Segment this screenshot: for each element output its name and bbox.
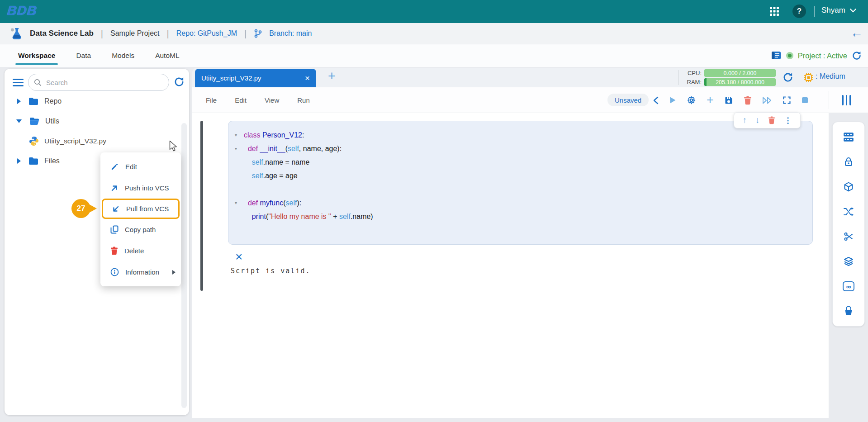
divider: [678, 70, 679, 85]
caret-right-icon[interactable]: [17, 99, 21, 104]
save-icon[interactable]: [724, 96, 733, 105]
refresh-icon[interactable]: [174, 76, 185, 87]
run-all-icon[interactable]: [762, 96, 772, 104]
caret-down-icon[interactable]: [16, 119, 22, 123]
delete-icon[interactable]: [744, 96, 752, 105]
menu-item-label: Information: [125, 268, 159, 276]
branch-icon: [254, 29, 262, 38]
copy-icon: [110, 225, 119, 234]
search-icon: [34, 79, 42, 86]
tab-data[interactable]: Data: [75, 45, 92, 66]
folder-icon: [28, 156, 39, 166]
app-title: Data Science Lab: [30, 29, 94, 38]
move-up-icon[interactable]: ↑: [743, 115, 747, 125]
menu-item-push-into-vcs[interactable]: Push into VCS: [100, 177, 181, 199]
user-menu[interactable]: Shyam: [821, 6, 856, 15]
menu-file[interactable]: File: [206, 96, 217, 104]
code-line[interactable]: print("Hello my name is " + self.name): [244, 210, 812, 223]
refresh-icon[interactable]: [783, 72, 793, 83]
lock-icon[interactable]: [839, 152, 859, 172]
menu-item-delete[interactable]: Delete: [100, 240, 181, 261]
divider: [648, 91, 648, 109]
stop-icon[interactable]: [802, 97, 808, 104]
tree-item-python-file[interactable]: Utiity_script_V32.py: [5, 132, 189, 150]
info-icon: [110, 268, 119, 276]
tree-item-utils[interactable]: Utils: [5, 112, 189, 130]
add-tab-icon[interactable]: +: [328, 70, 336, 83]
delete-cell-icon[interactable]: [768, 116, 775, 124]
fold-caret-icon[interactable]: ▾: [235, 196, 237, 210]
tree-item-label: Repo: [44, 97, 62, 105]
menu-view[interactable]: View: [265, 96, 279, 104]
code-line[interactable]: ▾ def myfunc(self):: [244, 196, 812, 210]
menu-item-copy-path[interactable]: Copy path: [100, 219, 181, 240]
project-name[interactable]: Sample Project: [110, 29, 160, 38]
cube-icon[interactable]: [839, 176, 859, 197]
menu-item-pull-from-vcs[interactable]: Pull from VCS: [102, 199, 180, 219]
fold-caret-icon[interactable]: ▾: [235, 142, 237, 156]
bdb-logo[interactable]: BDB: [6, 3, 38, 18]
editor-menubar: File Edit View Run: [206, 87, 310, 113]
more-options-icon[interactable]: ⋮: [784, 117, 792, 124]
cpu-usage-pill: 0.000 / 2.000: [704, 69, 776, 77]
menu-item-edit[interactable]: Edit: [100, 156, 181, 177]
scissors-icon[interactable]: [839, 226, 859, 247]
table-icon[interactable]: [839, 127, 859, 147]
layers-icon[interactable]: [839, 251, 859, 272]
python-icon: [29, 136, 39, 146]
back-arrow-icon[interactable]: ←: [850, 25, 863, 41]
menu-item-information[interactable]: Information: [100, 261, 181, 283]
add-icon[interactable]: +: [707, 94, 714, 106]
console-icon[interactable]: [771, 51, 782, 60]
refresh-icon[interactable]: [852, 51, 862, 61]
step-number: 27: [71, 199, 90, 218]
repo-label[interactable]: Repo: GitPush_JM: [176, 29, 237, 38]
tree-item-label: Utiity_script_V32.py: [44, 137, 106, 145]
submenu-arrow-icon: [172, 270, 175, 275]
branch-label[interactable]: Branch: main: [269, 29, 312, 38]
shuffle-icon[interactable]: [839, 201, 859, 222]
file-tab-label: Utiity_script_V32.py: [201, 74, 305, 82]
move-down-icon[interactable]: ↓: [755, 115, 760, 125]
scrollbar-track[interactable]: [181, 123, 187, 408]
code-line[interactable]: self.name = name: [244, 156, 812, 169]
step-badge: 27: [71, 199, 91, 218]
menu-icon[interactable]: [13, 79, 24, 86]
play-icon[interactable]: [669, 96, 676, 104]
search-input[interactable]: [45, 78, 149, 87]
toolbar-icons: +: [653, 87, 808, 113]
menu-item-label: Copy path: [125, 226, 156, 233]
tree-item-repo[interactable]: Repo: [5, 92, 189, 110]
menu-edit[interactable]: Edit: [235, 96, 247, 104]
link-icon[interactable]: ∞: [839, 276, 859, 297]
help-icon[interactable]: ?: [792, 5, 806, 18]
arrow-down-left-icon: [112, 205, 120, 213]
columns-icon[interactable]: [842, 95, 851, 105]
chevron-left-icon[interactable]: [653, 96, 659, 104]
code-line[interactable]: self.age = age: [244, 169, 812, 183]
fold-caret-icon[interactable]: ▾: [235, 128, 237, 142]
code-line[interactable]: [244, 183, 812, 196]
menu-run[interactable]: Run: [297, 96, 310, 104]
env-size-label[interactable]: : Medium: [816, 72, 845, 81]
file-tab-active[interactable]: Utiity_script_V32.py ×: [195, 69, 316, 87]
close-icon[interactable]: ×: [305, 74, 310, 82]
validation-output: Script is valid.: [231, 267, 311, 275]
tab-models[interactable]: Models: [111, 45, 135, 66]
menu-item-label: Push into VCS: [125, 184, 169, 192]
folder-open-icon: [29, 117, 40, 126]
tab-automl[interactable]: AutoML: [154, 45, 180, 66]
ram-label: RAM:: [682, 79, 702, 85]
bucket-icon[interactable]: [839, 301, 859, 322]
close-icon[interactable]: ×: [235, 251, 242, 263]
cell-indicator-bar[interactable]: [200, 121, 203, 291]
caret-right-icon[interactable]: [17, 158, 21, 164]
top-bar: BDB ? Shyam: [0, 0, 868, 23]
apps-grid-icon[interactable]: [769, 6, 779, 16]
tab-workspace[interactable]: Workspace: [17, 45, 56, 66]
code-cell[interactable]: ▾class Person_V12:▾ def __init__(self, n…: [228, 121, 813, 245]
code-line[interactable]: ▾ def __init__(self, name, age):: [244, 142, 812, 156]
fullscreen-icon[interactable]: [783, 96, 791, 104]
settings-icon[interactable]: [687, 95, 696, 105]
code-line[interactable]: ▾class Person_V12:: [244, 128, 812, 142]
